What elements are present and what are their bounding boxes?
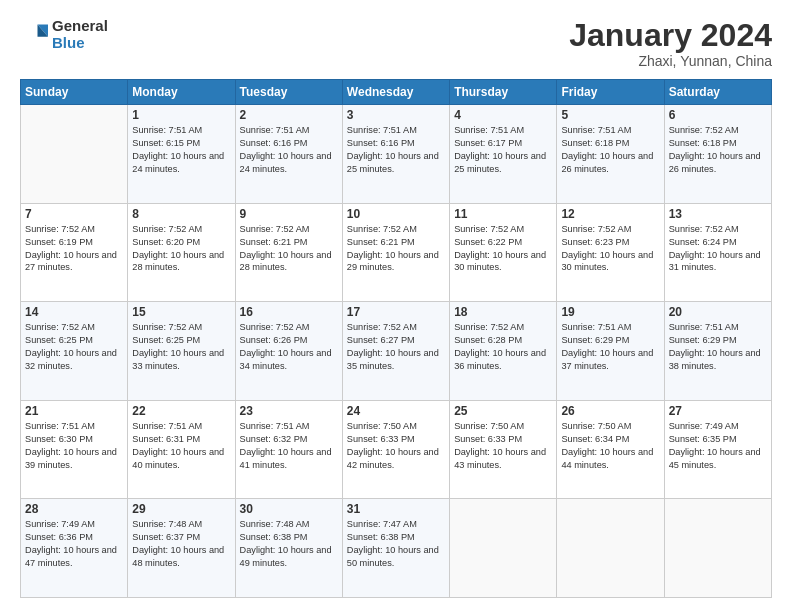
day-number: 30 xyxy=(240,502,338,516)
day-number: 26 xyxy=(561,404,659,418)
calendar-cell: 30Sunrise: 7:48 AMSunset: 6:38 PMDayligh… xyxy=(235,499,342,598)
calendar-cell: 10Sunrise: 7:52 AMSunset: 6:21 PMDayligh… xyxy=(342,203,449,302)
calendar-cell: 15Sunrise: 7:52 AMSunset: 6:25 PMDayligh… xyxy=(128,302,235,401)
day-number: 29 xyxy=(132,502,230,516)
day-number: 18 xyxy=(454,305,552,319)
logo-line2: Blue xyxy=(52,35,108,52)
week-row-0: 1Sunrise: 7:51 AMSunset: 6:15 PMDaylight… xyxy=(21,105,772,204)
calendar-cell: 19Sunrise: 7:51 AMSunset: 6:29 PMDayligh… xyxy=(557,302,664,401)
week-row-2: 14Sunrise: 7:52 AMSunset: 6:25 PMDayligh… xyxy=(21,302,772,401)
logo: General Blue xyxy=(20,18,108,51)
week-row-4: 28Sunrise: 7:49 AMSunset: 6:36 PMDayligh… xyxy=(21,499,772,598)
day-number: 20 xyxy=(669,305,767,319)
day-number: 31 xyxy=(347,502,445,516)
week-row-3: 21Sunrise: 7:51 AMSunset: 6:30 PMDayligh… xyxy=(21,400,772,499)
day-header-thursday: Thursday xyxy=(450,80,557,105)
cell-info: Sunrise: 7:52 AMSunset: 6:22 PMDaylight:… xyxy=(454,223,552,275)
cell-info: Sunrise: 7:52 AMSunset: 6:28 PMDaylight:… xyxy=(454,321,552,373)
day-number: 8 xyxy=(132,207,230,221)
cell-info: Sunrise: 7:52 AMSunset: 6:21 PMDaylight:… xyxy=(347,223,445,275)
calendar-cell: 31Sunrise: 7:47 AMSunset: 6:38 PMDayligh… xyxy=(342,499,449,598)
logo-text: General Blue xyxy=(52,18,108,51)
calendar-cell xyxy=(664,499,771,598)
calendar-cell: 6Sunrise: 7:52 AMSunset: 6:18 PMDaylight… xyxy=(664,105,771,204)
day-number: 27 xyxy=(669,404,767,418)
day-number: 28 xyxy=(25,502,123,516)
cell-info: Sunrise: 7:51 AMSunset: 6:31 PMDaylight:… xyxy=(132,420,230,472)
calendar-cell xyxy=(557,499,664,598)
day-number: 25 xyxy=(454,404,552,418)
calendar-cell: 16Sunrise: 7:52 AMSunset: 6:26 PMDayligh… xyxy=(235,302,342,401)
calendar-cell: 11Sunrise: 7:52 AMSunset: 6:22 PMDayligh… xyxy=(450,203,557,302)
day-number: 12 xyxy=(561,207,659,221)
day-number: 23 xyxy=(240,404,338,418)
calendar-cell: 3Sunrise: 7:51 AMSunset: 6:16 PMDaylight… xyxy=(342,105,449,204)
calendar-cell: 22Sunrise: 7:51 AMSunset: 6:31 PMDayligh… xyxy=(128,400,235,499)
cell-info: Sunrise: 7:51 AMSunset: 6:18 PMDaylight:… xyxy=(561,124,659,176)
calendar-cell: 7Sunrise: 7:52 AMSunset: 6:19 PMDaylight… xyxy=(21,203,128,302)
day-number: 5 xyxy=(561,108,659,122)
calendar-cell: 5Sunrise: 7:51 AMSunset: 6:18 PMDaylight… xyxy=(557,105,664,204)
cell-info: Sunrise: 7:47 AMSunset: 6:38 PMDaylight:… xyxy=(347,518,445,570)
calendar-cell: 1Sunrise: 7:51 AMSunset: 6:15 PMDaylight… xyxy=(128,105,235,204)
cell-info: Sunrise: 7:49 AMSunset: 6:35 PMDaylight:… xyxy=(669,420,767,472)
day-number: 14 xyxy=(25,305,123,319)
calendar-cell: 17Sunrise: 7:52 AMSunset: 6:27 PMDayligh… xyxy=(342,302,449,401)
day-number: 11 xyxy=(454,207,552,221)
calendar-cell: 13Sunrise: 7:52 AMSunset: 6:24 PMDayligh… xyxy=(664,203,771,302)
calendar-cell: 23Sunrise: 7:51 AMSunset: 6:32 PMDayligh… xyxy=(235,400,342,499)
header: General Blue January 2024 Zhaxi, Yunnan,… xyxy=(20,18,772,69)
cell-info: Sunrise: 7:52 AMSunset: 6:27 PMDaylight:… xyxy=(347,321,445,373)
day-number: 4 xyxy=(454,108,552,122)
calendar-cell xyxy=(450,499,557,598)
cell-info: Sunrise: 7:51 AMSunset: 6:16 PMDaylight:… xyxy=(240,124,338,176)
calendar-table: SundayMondayTuesdayWednesdayThursdayFrid… xyxy=(20,79,772,598)
cell-info: Sunrise: 7:51 AMSunset: 6:32 PMDaylight:… xyxy=(240,420,338,472)
cell-info: Sunrise: 7:52 AMSunset: 6:24 PMDaylight:… xyxy=(669,223,767,275)
calendar-cell: 18Sunrise: 7:52 AMSunset: 6:28 PMDayligh… xyxy=(450,302,557,401)
day-header-sunday: Sunday xyxy=(21,80,128,105)
day-number: 13 xyxy=(669,207,767,221)
calendar-cell: 24Sunrise: 7:50 AMSunset: 6:33 PMDayligh… xyxy=(342,400,449,499)
calendar-cell: 20Sunrise: 7:51 AMSunset: 6:29 PMDayligh… xyxy=(664,302,771,401)
location: Zhaxi, Yunnan, China xyxy=(569,53,772,69)
day-header-saturday: Saturday xyxy=(664,80,771,105)
cell-info: Sunrise: 7:50 AMSunset: 6:34 PMDaylight:… xyxy=(561,420,659,472)
calendar-cell: 28Sunrise: 7:49 AMSunset: 6:36 PMDayligh… xyxy=(21,499,128,598)
day-number: 7 xyxy=(25,207,123,221)
calendar-cell: 26Sunrise: 7:50 AMSunset: 6:34 PMDayligh… xyxy=(557,400,664,499)
calendar-cell: 27Sunrise: 7:49 AMSunset: 6:35 PMDayligh… xyxy=(664,400,771,499)
day-number: 16 xyxy=(240,305,338,319)
day-number: 21 xyxy=(25,404,123,418)
day-number: 24 xyxy=(347,404,445,418)
cell-info: Sunrise: 7:50 AMSunset: 6:33 PMDaylight:… xyxy=(454,420,552,472)
day-header-friday: Friday xyxy=(557,80,664,105)
day-number: 1 xyxy=(132,108,230,122)
month-title: January 2024 xyxy=(569,18,772,53)
calendar-cell: 29Sunrise: 7:48 AMSunset: 6:37 PMDayligh… xyxy=(128,499,235,598)
logo-icon xyxy=(20,21,48,49)
cell-info: Sunrise: 7:50 AMSunset: 6:33 PMDaylight:… xyxy=(347,420,445,472)
day-number: 17 xyxy=(347,305,445,319)
day-number: 2 xyxy=(240,108,338,122)
day-number: 15 xyxy=(132,305,230,319)
calendar-cell: 4Sunrise: 7:51 AMSunset: 6:17 PMDaylight… xyxy=(450,105,557,204)
day-number: 19 xyxy=(561,305,659,319)
calendar-cell xyxy=(21,105,128,204)
cell-info: Sunrise: 7:51 AMSunset: 6:30 PMDaylight:… xyxy=(25,420,123,472)
cell-info: Sunrise: 7:51 AMSunset: 6:29 PMDaylight:… xyxy=(669,321,767,373)
calendar-cell: 8Sunrise: 7:52 AMSunset: 6:20 PMDaylight… xyxy=(128,203,235,302)
logo-line1: General xyxy=(52,18,108,35)
cell-info: Sunrise: 7:52 AMSunset: 6:26 PMDaylight:… xyxy=(240,321,338,373)
calendar-cell: 2Sunrise: 7:51 AMSunset: 6:16 PMDaylight… xyxy=(235,105,342,204)
day-number: 22 xyxy=(132,404,230,418)
cell-info: Sunrise: 7:48 AMSunset: 6:37 PMDaylight:… xyxy=(132,518,230,570)
day-number: 10 xyxy=(347,207,445,221)
page: General Blue January 2024 Zhaxi, Yunnan,… xyxy=(0,0,792,612)
cell-info: Sunrise: 7:51 AMSunset: 6:29 PMDaylight:… xyxy=(561,321,659,373)
cell-info: Sunrise: 7:52 AMSunset: 6:19 PMDaylight:… xyxy=(25,223,123,275)
week-row-1: 7Sunrise: 7:52 AMSunset: 6:19 PMDaylight… xyxy=(21,203,772,302)
cell-info: Sunrise: 7:52 AMSunset: 6:18 PMDaylight:… xyxy=(669,124,767,176)
day-header-tuesday: Tuesday xyxy=(235,80,342,105)
calendar-cell: 25Sunrise: 7:50 AMSunset: 6:33 PMDayligh… xyxy=(450,400,557,499)
